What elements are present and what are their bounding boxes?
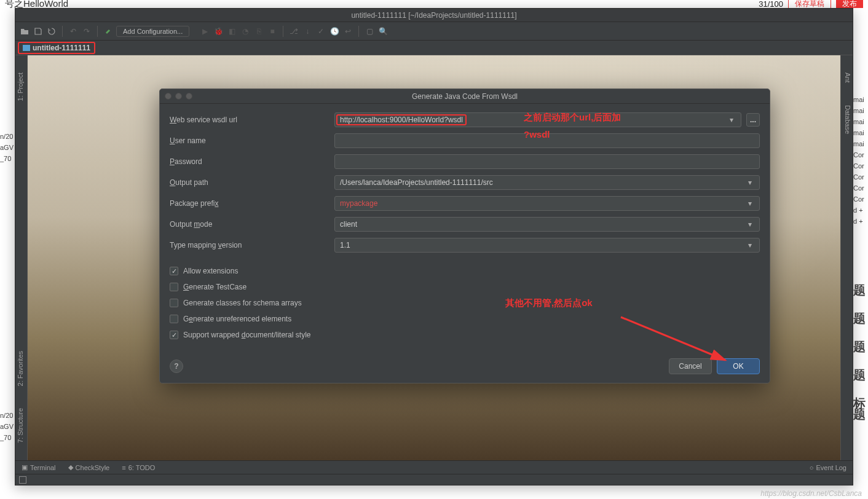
structure-icon[interactable]: ▢ (364, 26, 375, 37)
save-icon[interactable] (33, 26, 44, 37)
output-path-combo[interactable]: /Users/lanca/IdeaProjects/untitled-11111… (334, 175, 760, 190)
breadcrumb-root[interactable]: untitled-1111111 (18, 42, 95, 54)
dialog-titlebar: Generate Java Code From Wsdl (160, 89, 770, 104)
label-output-path: Output path (170, 178, 329, 187)
add-configuration-button[interactable]: Add Configuration... (116, 26, 189, 37)
maximize-icon[interactable] (186, 93, 192, 100)
window-layout-icon[interactable] (19, 476, 26, 484)
chevron-down-icon[interactable]: ▾ (727, 116, 736, 124)
hammer-icon[interactable] (103, 26, 114, 37)
tab-project[interactable]: 1: Project (15, 68, 25, 106)
chevron-down-icon[interactable]: ▾ (746, 199, 754, 208)
background-right-strip: maimaimaimaimaiCorCorCorCorCord +d + 题 题… (853, 8, 868, 485)
vcs-icon[interactable]: ⎇ (288, 26, 299, 37)
breadcrumb-label: untitled-1111111 (33, 44, 90, 52)
profiler-icon[interactable]: ◔ (240, 26, 251, 37)
annotation-url-1: 之前启动那个url,后面加 (524, 112, 621, 124)
output-mode-combo[interactable]: client ▾ (334, 217, 760, 232)
attach-icon[interactable]: ⎘ (253, 26, 264, 37)
wsdl-url-value: http://localhost:9000/HelloWorld?wsdl (336, 114, 467, 125)
checkbox-icon (170, 315, 178, 323)
output-path-value: /Users/lanca/IdeaProjects/untitled-11111… (340, 178, 493, 187)
check-generate-schema-arrays[interactable]: Generate classes for schema arrays (170, 298, 760, 308)
label-type-mapping: Type mapping version (170, 241, 329, 250)
open-icon[interactable] (19, 26, 30, 37)
debug-icon[interactable]: 🐞 (213, 26, 224, 37)
history-icon[interactable]: 🕓 (329, 26, 340, 37)
label-wsdl-url: Web service wsdl url (170, 116, 329, 124)
undo-icon[interactable]: ↶ (68, 26, 79, 37)
type-mapping-combo[interactable]: 1.1 ▾ (334, 238, 760, 253)
ide-titlebar: untitled-1111111 [~/IdeaProjects/untitle… (15, 9, 853, 22)
search-icon[interactable]: 🔍 (377, 26, 389, 37)
counter-text: 31/100 (759, 0, 783, 9)
tab-database[interactable]: Database (841, 100, 853, 139)
coverage-icon[interactable]: ◧ (226, 26, 237, 37)
label-password: Password (170, 157, 329, 166)
watermark-text: https://blog.csdn.net/CsbLanca (760, 489, 862, 498)
output-mode-value: client (340, 220, 357, 229)
annotation-arrow (615, 311, 738, 372)
label-username: User name (170, 136, 329, 145)
dialog-title: Generate Java Code From Wsdl (412, 92, 518, 101)
tab-ant[interactable]: Ant (841, 68, 853, 88)
commit-icon[interactable]: ✓ (315, 26, 326, 37)
status-terminal[interactable]: ▣ Terminal (22, 463, 56, 471)
status-bar: ▣ Terminal ◆ CheckStyle ≡ 6: TODO ○ Even… (15, 460, 853, 474)
update-icon[interactable]: ↓ (302, 26, 313, 37)
status-eventlog[interactable]: ○ Event Log (810, 464, 846, 471)
ide-window-title: untitled-1111111 [~/IdeaProjects/untitle… (351, 11, 516, 20)
close-icon[interactable] (165, 93, 172, 100)
chevron-down-icon[interactable]: ▾ (746, 178, 754, 187)
checkbox-icon (170, 267, 178, 275)
chevron-down-icon[interactable]: ▾ (746, 241, 754, 250)
help-button[interactable]: ? (170, 360, 183, 373)
redo-icon[interactable]: ↷ (81, 26, 92, 37)
type-mapping-value: 1.1 (340, 241, 350, 250)
annotation-url-2: ?wsdl (524, 129, 550, 139)
svg-line-0 (621, 317, 725, 360)
checkbox-icon (170, 331, 178, 339)
check-generate-testcase[interactable]: Generate TestCase (170, 282, 760, 292)
browse-button[interactable]: ... (746, 113, 760, 127)
run-icon[interactable]: ▶ (199, 26, 210, 37)
label-output-mode: Output mode (170, 220, 329, 229)
annotation-ok: 其他不用管,然后点ok (505, 297, 593, 309)
background-left-strip: n/20 aGV _70 n/20 aGV _70 (0, 8, 15, 485)
password-field[interactable] (334, 154, 760, 169)
tab-favorites[interactable]: 2: Favorites (15, 346, 25, 391)
right-tool-gutter: Ant Database (840, 55, 853, 460)
chevron-down-icon[interactable]: ▾ (746, 220, 754, 229)
left-tool-gutter: 1: Project 2: Favorites 7: Structure (15, 55, 28, 460)
package-prefix-value: mypackage (340, 199, 377, 208)
checkbox-icon (170, 299, 178, 307)
ide-bottom-strip (15, 474, 853, 485)
stop-icon[interactable]: ■ (267, 26, 278, 37)
breadcrumb-bar: untitled-1111111 (15, 41, 853, 55)
folder-icon (23, 45, 30, 51)
refresh-icon[interactable] (46, 26, 57, 37)
ide-toolbar: ↶ ↷ Add Configuration... ▶ 🐞 ◧ ◔ ⎘ ■ ⎇ ↓… (15, 22, 853, 41)
minimize-icon[interactable] (175, 93, 182, 100)
label-package-prefix: Package prefix (170, 199, 329, 208)
check-allow-extensions[interactable]: Allow extensions (170, 266, 760, 276)
status-todo[interactable]: ≡ 6: TODO (122, 463, 155, 471)
status-checkstyle[interactable]: ◆ CheckStyle (68, 463, 110, 471)
package-prefix-combo[interactable]: mypackage ▾ (334, 196, 760, 211)
checkbox-icon (170, 283, 178, 291)
revert-icon[interactable]: ↩ (342, 26, 353, 37)
tab-structure[interactable]: 7: Structure (15, 403, 25, 448)
